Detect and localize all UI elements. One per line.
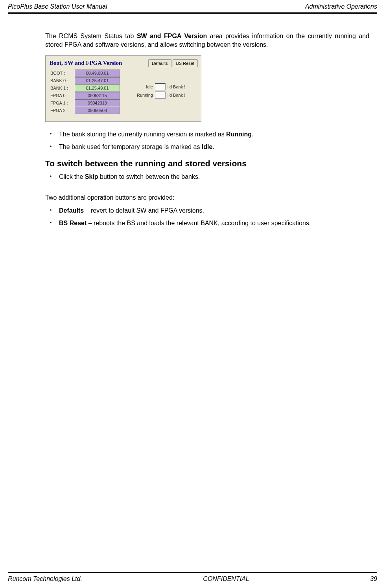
version-value-fpga2: 09050508 — [75, 107, 120, 114]
li-pre: The bank used for temporary storage is m… — [59, 143, 202, 150]
status-text: lid Bank ! — [168, 93, 185, 97]
li-post: button to switch between the banks. — [98, 173, 200, 180]
version-label: BANK 1 : — [49, 86, 75, 90]
bullet-list-3: Defaults – revert to default SW and FPGA… — [45, 206, 369, 228]
bullet-list-1: The bank storing the currently running v… — [45, 130, 369, 152]
status-text: lid Bank ! — [168, 85, 185, 89]
li-post: . — [252, 131, 253, 138]
footer-center: CONFIDENTIAL — [203, 575, 249, 582]
status-area: Idle lid Bank ! Running lid Bank ! — [134, 82, 185, 100]
intro-pre: The RCMS System Status tab — [45, 33, 137, 39]
status-label-idle: Idle — [134, 85, 155, 89]
intro-paragraph: The RCMS System Status tab SW and FPGA V… — [45, 32, 369, 50]
status-box — [155, 83, 166, 90]
version-row-fpga1: FPGA 1 : 09042313 — [49, 99, 198, 107]
status-label-running: Running — [134, 93, 155, 97]
version-value-bank1: 01.25.49.01 — [75, 85, 120, 92]
bs-reset-button[interactable]: BS Reset — [173, 59, 198, 67]
li-bold: Skip — [85, 173, 98, 180]
list-item: Click the Skip button to switch between … — [57, 172, 369, 182]
status-box — [155, 92, 166, 99]
defaults-button[interactable]: Defaults — [148, 59, 171, 67]
bullet-list-2: Click the Skip button to switch between … — [45, 172, 369, 182]
version-label: BANK 0 : — [49, 78, 75, 83]
li-post: . — [212, 143, 214, 150]
intro-bold: SW and FPGA Version — [137, 33, 207, 39]
li-pre: The bank storing the currently running v… — [59, 131, 226, 138]
li-bold: BS Reset — [59, 220, 87, 226]
header-right: Administrative Operations — [305, 3, 377, 10]
li-post: – revert to default SW and FPGA versions… — [84, 207, 204, 214]
li-bold: Running — [226, 131, 252, 138]
version-label: FPGA 1 : — [49, 101, 75, 105]
version-label: FPGA 0 : — [49, 93, 75, 98]
header-left: PicoPlus Base Station User Manual — [8, 3, 107, 10]
list-item: The bank storing the currently running v… — [57, 130, 369, 139]
version-value-boot: 00.49.00.01 — [75, 70, 120, 77]
version-value-fpga1: 09042313 — [75, 99, 120, 107]
paragraph-2: Two additional operation buttons are pro… — [45, 193, 369, 202]
status-row-running: Running lid Bank ! — [134, 92, 185, 99]
li-bold: Defaults — [59, 207, 84, 214]
footer-right: 39 — [370, 575, 377, 582]
list-item: BS Reset – reboots the BS and loads the … — [57, 219, 369, 228]
version-value-fpga0: 09053115 — [75, 92, 120, 99]
li-post: – reboots the BS and loads the relevant … — [87, 220, 311, 226]
version-label: BOOT : — [49, 71, 75, 75]
list-item: The bank used for temporary storage is m… — [57, 142, 369, 152]
section-heading: To switch between the running and stored… — [45, 159, 369, 168]
footer-rule-thick — [8, 572, 377, 573]
footer-left: Runcom Technologies Ltd. — [8, 575, 82, 582]
li-pre: Click the — [59, 173, 85, 180]
list-item: Defaults – revert to default SW and FPGA… — [57, 206, 369, 215]
li-bold: Idle — [202, 143, 213, 150]
status-row-idle: Idle lid Bank ! — [134, 83, 185, 90]
version-value-bank0: 01.25.47.01 — [75, 77, 120, 84]
version-label: FPGA 2 : — [49, 108, 75, 113]
version-panel: Defaults BS Reset Boot, SW and FPGA Vers… — [45, 55, 201, 122]
header-rule-thick — [8, 12, 377, 13]
version-row-boot: BOOT : 00.49.00.01 — [49, 70, 198, 77]
version-row-fpga2: FPGA 2 : 09050508 — [49, 107, 198, 114]
